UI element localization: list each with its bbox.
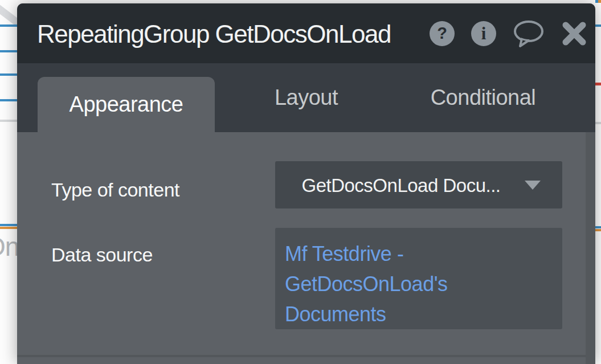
- panel-body: Type of content GetDocsOnLoad Docu... Da…: [17, 132, 595, 364]
- canvas-text-fragment: On: [0, 231, 19, 262]
- close-icon[interactable]: [561, 20, 587, 47]
- canvas-line-blue: [595, 24, 601, 27]
- help-icon[interactable]: ?: [430, 21, 455, 46]
- header-icon-group: ? i: [430, 3, 587, 63]
- data-source-label: Data source: [51, 244, 153, 266]
- comment-icon[interactable]: [513, 20, 545, 47]
- tab-appearance[interactable]: Appearance: [38, 77, 215, 132]
- canvas-line-blue: [0, 99, 17, 101]
- tab-layout[interactable]: Layout: [245, 63, 367, 132]
- canvas-line-red: [595, 83, 601, 85]
- canvas-line-orange: [0, 227, 17, 229]
- info-icon[interactable]: i: [471, 21, 496, 46]
- section-divider: [17, 355, 586, 357]
- info-glyph: i: [481, 23, 486, 44]
- canvas-line-gray: [0, 120, 17, 122]
- panel-scroll-gutter[interactable]: [586, 132, 595, 364]
- property-editor-panel: RepeatingGroup GetDocsOnLoad ? i: [17, 3, 595, 364]
- type-of-content-dropdown[interactable]: GetDocsOnLoad Docu...: [275, 161, 562, 208]
- type-of-content-value: GetDocsOnLoad Docu...: [275, 161, 562, 208]
- panel-title: RepeatingGroup GetDocsOnLoad: [37, 3, 391, 63]
- tab-bar: Appearance Layout Conditional: [17, 63, 595, 132]
- help-glyph: ?: [437, 24, 447, 43]
- data-source-value: Mf Testdrive - GetDocsOnLoad's Documents: [285, 239, 481, 329]
- canvas-line-blue: [0, 224, 17, 226]
- tab-conditional-label: Conditional: [431, 85, 536, 110]
- tab-appearance-label: Appearance: [69, 92, 183, 117]
- canvas-fleck-orange: [598, 0, 601, 3]
- data-source-expression[interactable]: Mf Testdrive - GetDocsOnLoad's Documents: [275, 228, 562, 329]
- chevron-down-icon: [525, 181, 541, 190]
- editor-canvas: On RepeatingGroup GetDocsOnLoad ? i: [0, 0, 601, 364]
- canvas-line-blue: [0, 50, 17, 52]
- panel-header[interactable]: RepeatingGroup GetDocsOnLoad ? i: [17, 3, 595, 63]
- canvas-line-blue: [0, 24, 17, 27]
- canvas-line-blue: [595, 226, 601, 228]
- canvas-line-orange: [595, 229, 601, 231]
- type-of-content-label: Type of content: [51, 179, 179, 201]
- tab-conditional[interactable]: Conditional: [409, 63, 557, 132]
- canvas-line-gray: [595, 122, 601, 124]
- tab-layout-label: Layout: [275, 85, 338, 110]
- canvas-line-blue: [0, 73, 17, 76]
